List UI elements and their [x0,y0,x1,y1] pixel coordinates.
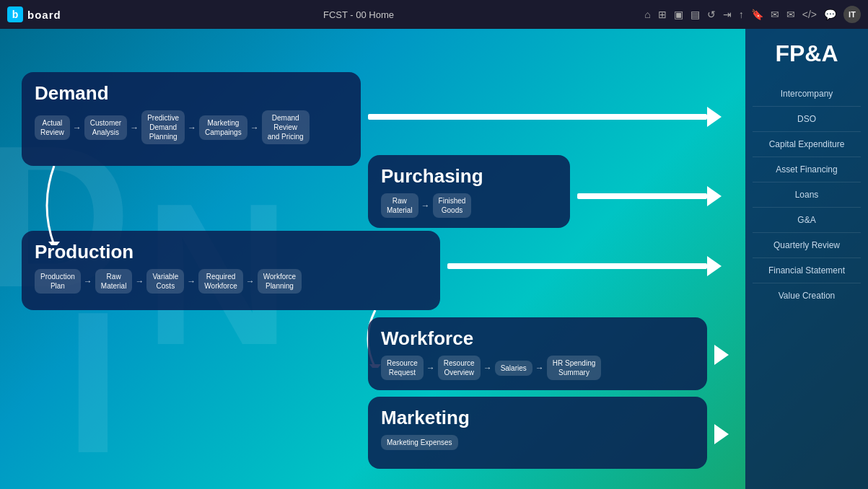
step-actual-review[interactable]: ActualReview [35,115,70,140]
toolbar-icons: ⌂ ⊞ ▣ ▤ ↺ ⇥ ↑ 🔖 ✉ ✉ </> 💬 IT [644,6,861,23]
watermark-i: I [65,281,121,483]
marketing-steps: Marketing Expenses [381,435,694,450]
demand-steps: ActualReview → CustomerAnalysis → Predic… [35,110,348,144]
fpa-item[interactable]: Capital Expenditure [753,132,861,157]
fpa-item[interactable]: Loans [753,182,861,208]
comment-icon[interactable]: 💬 [824,9,836,20]
refresh-icon[interactable]: ↺ [707,9,716,20]
marketing-title: Marketing [381,407,694,429]
mail-icon[interactable]: ✉ [771,9,779,20]
step-raw-material[interactable]: RawMaterial [381,193,418,218]
step-required-workforce[interactable]: RequiredWorkforce [198,269,242,294]
fpa-item[interactable]: Quarterly Review [753,233,861,258]
purchasing-card[interactable]: Purchasing RawMaterial → FinishedGoods [368,155,570,228]
step-raw-material-prod[interactable]: RawMaterial [95,269,133,294]
arrow-icon: → [187,276,196,286]
step-marketing-campaigns[interactable]: MarketingCampaings [199,115,247,140]
fpa-item[interactable]: Asset Financing [753,157,861,182]
import-icon[interactable]: ⇥ [723,9,732,20]
demand-card[interactable]: Demand ActualReview → CustomerAnalysis →… [22,72,361,166]
step-resource-overview[interactable]: ResourceOverview [438,356,481,380]
production-to-fpa-arrow [447,256,722,276]
demand-title: Demand [35,82,348,105]
arrow-icon: → [421,201,430,211]
production-card[interactable]: Production ProductionPlan → RawMaterial … [22,231,440,310]
arrow-icon: → [188,123,196,133]
page-title: FCST - 00 Home [79,9,639,20]
workforce-steps: ResourceRequest → ResourceOverview → Sal… [381,356,694,380]
fpa-title: FP&A [775,40,838,67]
arrow-icon: → [250,123,259,133]
arrow-icon: → [426,363,435,373]
fpa-item[interactable]: Intercompany [753,82,861,107]
arrow-icon: → [130,123,139,133]
workforce-to-fpa-arrow [714,345,729,365]
logo-b-icon: b [7,6,23,22]
fpa-panel: FP&A IntercompanyDSOCapital ExpenditureA… [745,29,868,489]
step-hr-spending[interactable]: HR SpendingSummary [547,356,601,380]
grid-icon[interactable]: ⊞ [658,9,667,20]
step-workforce-planning[interactable]: WorkforcePlanning [258,269,302,294]
step-resource-request[interactable]: ResourceRequest [381,356,424,380]
fpa-item[interactable]: G&A [753,208,861,233]
code-icon[interactable]: </> [802,9,817,20]
export-icon[interactable]: ↑ [739,9,744,20]
arrow-icon: → [535,363,544,373]
step-demand-review[interactable]: DemandReviewand Pricing [262,110,310,144]
arrow-icon: → [84,276,92,286]
monitor-icon[interactable]: ▤ [691,9,700,20]
layers-icon[interactable]: ▣ [674,9,683,20]
demand-to-fpa-arrow [368,107,722,127]
step-marketing-expenses[interactable]: Marketing Expenses [381,435,458,450]
bookmark-icon[interactable]: 🔖 [751,9,763,20]
marketing-card[interactable]: Marketing Marketing Expenses [368,397,707,469]
production-title: Production [35,241,427,263]
step-customer-analysis[interactable]: CustomerAnalysis [84,115,127,140]
arrow-icon: → [135,276,144,286]
topbar: b board FCST - 00 Home ⌂ ⊞ ▣ ▤ ↺ ⇥ ↑ 🔖 ✉… [0,0,868,29]
avatar[interactable]: IT [843,6,861,23]
fpa-item[interactable]: DSO [753,107,861,132]
logo-text: board [27,9,61,21]
step-predictive[interactable]: PredictiveDemandPlanning [141,110,185,144]
step-salaries[interactable]: Salaries [495,361,532,376]
arrow-icon: → [73,123,82,133]
purchasing-title: Purchasing [381,165,557,188]
production-steps: ProductionPlan → RawMaterial → VariableC… [35,269,427,294]
home-icon[interactable]: ⌂ [644,9,650,20]
step-finished-goods[interactable]: FinishedGoods [433,193,472,218]
step-variable-costs[interactable]: VariableCosts [146,269,184,294]
purchasing-to-fpa-arrow [577,186,722,206]
mail2-icon[interactable]: ✉ [786,9,795,20]
arrow-icon: → [483,363,492,373]
fpa-item[interactable]: Financial Statement [753,258,861,283]
purchasing-steps: RawMaterial → FinishedGoods [381,193,557,218]
arrow-icon: → [246,276,255,286]
marketing-to-fpa-arrow [714,424,729,444]
fpa-item[interactable]: Value Creation [753,283,861,308]
workforce-card[interactable]: Workforce ResourceRequest → ResourceOver… [368,317,707,390]
workforce-title: Workforce [381,327,694,350]
logo-area: b board [7,6,61,22]
step-production-plan[interactable]: ProductionPlan [35,269,81,294]
main-canvas: D I N Demand ActualReview → CustomerAnal… [0,29,868,489]
